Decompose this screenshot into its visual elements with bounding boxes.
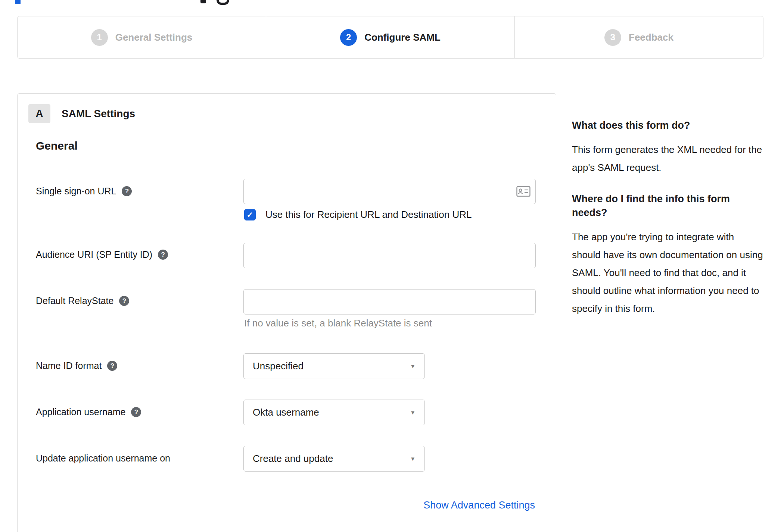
help-icon[interactable]: ? (158, 250, 168, 260)
show-advanced-settings-link[interactable]: Show Advanced Settings (423, 500, 535, 511)
help-icon[interactable]: ? (119, 296, 129, 306)
panel-header: A SAML Settings (28, 104, 135, 123)
update-application-username-label: Update application username on (36, 453, 170, 464)
recipient-url-checkbox-label: Use this for Recipient URL and Destinati… (265, 209, 472, 221)
name-id-format-label: Name ID format ? (36, 360, 117, 371)
section-a-badge: A (28, 104, 50, 123)
page-title-fragment-logo (15, 0, 21, 4)
recipient-url-checkbox[interactable]: ✓ (244, 209, 256, 220)
step-2-number-badge: 2 (340, 29, 357, 46)
help-section-2-body: The app you're trying to integrate with … (572, 228, 764, 317)
step-1-number-badge: 1 (91, 29, 108, 46)
sso-url-input[interactable] (243, 179, 536, 204)
chevron-down-icon: ▼ (410, 456, 416, 462)
help-icon[interactable]: ? (107, 361, 117, 371)
audience-uri-label-text: Audience URI (SP Entity ID) (36, 249, 152, 260)
page-title-fragment-descender (217, 0, 229, 5)
update-application-username-label-text: Update application username on (36, 453, 170, 464)
checkmark-icon: ✓ (247, 210, 253, 219)
contact-card-icon (516, 186, 530, 197)
help-section-2-heading: Where do I find the info this form needs… (572, 192, 764, 220)
name-id-format-label-text: Name ID format (36, 360, 102, 371)
page-title-fragment-letter (200, 0, 206, 3)
section-title: SAML Settings (62, 108, 135, 120)
update-application-username-value: Create and update (253, 453, 333, 464)
application-username-label: Application username ? (36, 407, 141, 417)
step-general-settings[interactable]: 1 General Settings (18, 16, 266, 58)
default-relaystate-label-text: Default RelayState (36, 295, 113, 306)
name-id-format-select[interactable]: Unspecified ▼ (243, 353, 425, 379)
audience-uri-label: Audience URI (SP Entity ID) ? (36, 249, 168, 260)
help-icon[interactable]: ? (131, 407, 141, 417)
help-icon[interactable]: ? (122, 186, 132, 196)
step-3-label: Feedback (629, 32, 673, 43)
chevron-down-icon: ▼ (410, 409, 416, 416)
help-sidebar: What does this form do? This form genera… (572, 119, 764, 333)
sso-url-label-text: Single sign-on URL (36, 186, 116, 197)
help-section-1-body: This form generates the XML needed for t… (572, 141, 764, 176)
step-3-number-badge: 3 (604, 29, 621, 46)
application-username-select[interactable]: Okta username ▼ (243, 400, 425, 425)
wizard-stepper: 1 General Settings 2 Configure SAML 3 Fe… (17, 16, 763, 59)
step-feedback[interactable]: 3 Feedback (514, 16, 763, 58)
default-relaystate-label: Default RelayState ? (36, 295, 129, 306)
general-group-title: General (36, 140, 78, 152)
saml-settings-panel: A SAML Settings General Single sign-on U… (17, 93, 556, 532)
application-username-value: Okta username (253, 407, 319, 418)
update-application-username-select[interactable]: Create and update ▼ (243, 446, 425, 472)
audience-uri-input[interactable] (243, 243, 536, 268)
default-relaystate-input[interactable] (243, 289, 536, 314)
application-username-label-text: Application username (36, 407, 125, 417)
step-1-label: General Settings (115, 32, 193, 43)
step-2-label: Configure SAML (364, 32, 441, 43)
sso-url-label: Single sign-on URL ? (36, 186, 132, 197)
help-section-1-heading: What does this form do? (572, 119, 764, 132)
chevron-down-icon: ▼ (410, 363, 416, 369)
relaystate-helper-text: If no value is set, a blank RelayState i… (244, 317, 432, 329)
name-id-format-value: Unspecified (253, 360, 304, 372)
step-configure-saml[interactable]: 2 Configure SAML (266, 16, 514, 58)
